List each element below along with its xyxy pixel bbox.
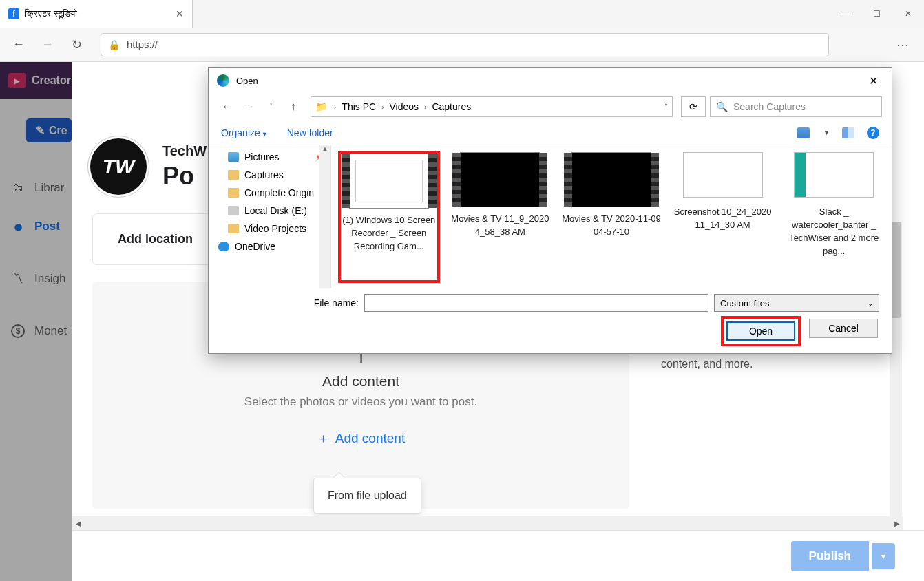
search-icon: 🔍 [716,101,728,112]
tree-item-disk[interactable]: Local Disk (E:) [209,202,330,220]
tree-item-folder[interactable]: Captures [209,166,330,184]
page-name: TechW [162,143,207,159]
file-name: Movies & TV 11_9_2020 4_58_38 AM [451,213,550,239]
dialog-back-button[interactable]: ← [218,98,236,116]
file-item[interactable]: Movies & TV 2020-11-09 04-57-10 [562,152,661,282]
open-button-highlight: Open [724,319,798,344]
chevron-down-icon: ▼ [262,131,268,138]
add-content-label: Add content [335,431,405,446]
chevron-right-icon: › [424,103,426,111]
upload-popover[interactable]: From file upload [313,478,421,514]
dialog-close-button[interactable]: ✕ [863,72,883,90]
file-name: Movies & TV 2020-11-09 04-57-10 [562,213,661,239]
cancel-button[interactable]: Cancel [809,319,878,338]
preview-pane-icon[interactable] [842,127,854,138]
right-panel-text: content, and more. [661,358,753,370]
file-name-label: File name: [221,297,359,308]
dialog-forward-button: → [240,98,258,116]
browser-toolbar: ← → ↻ 🔒 https:// ⋯ [0,28,924,62]
dialog-refresh-button[interactable]: ⟳ [681,96,706,117]
window-controls: — ☐ ✕ [829,0,924,28]
folder-icon [228,224,239,233]
scroll-right-icon[interactable]: ▶ [891,520,903,527]
dialog-bottom: File name: Custom files ⌄ Open Cancel [209,288,892,353]
edge-icon [217,74,229,87]
search-placeholder: Search Captures [733,101,806,112]
filter-label: Custom files [720,298,770,308]
window-minimize[interactable]: — [829,0,861,28]
window-maximize[interactable]: ☐ [861,0,892,28]
tree-scrollbar[interactable]: ▲ [319,145,330,288]
publish-button[interactable]: Publish [791,541,869,571]
tree-item-folder[interactable]: Complete Origin [209,184,330,202]
add-content-link[interactable]: ＋ Add content [317,430,405,447]
dialog-up-button[interactable]: ↑ [284,98,302,116]
tab-close-icon[interactable]: ✕ [176,8,184,19]
video-thumbnail [349,154,429,209]
scrollbar-thumb[interactable] [891,222,901,318]
tab-title: क्रिएटर स्टूडियो [25,8,77,19]
file-name-input[interactable] [364,294,708,312]
file-item[interactable]: Slack _ watercooler_banter _ TechWiser a… [784,152,883,282]
file-type-filter[interactable]: Custom files ⌄ [714,294,879,312]
composer-heading: Po [162,162,207,191]
video-thumbnail [460,152,540,207]
browser-menu-button[interactable]: ⋯ [890,31,917,59]
browser-titlebar: f क्रिएटर स्टूडियो ✕ — ☐ ✕ [0,0,924,28]
page-avatar: TW [88,136,149,197]
breadcrumb-dropdown-icon[interactable]: ˅ [664,103,668,111]
dialog-breadcrumb[interactable]: 📁 › This PC › Videos › Captures ˅ [311,96,673,117]
facebook-icon: f [8,8,19,19]
file-item[interactable]: Screenshot 10_24_2020 11_14_30 AM [673,152,773,282]
address-bar[interactable]: 🔒 https:// [101,33,829,56]
composer-footer: Publish ▾ [72,530,924,581]
dialog-history-button[interactable]: ˅ [262,98,280,116]
chevron-down-icon: ⌄ [868,299,873,307]
chevron-right-icon: › [381,103,384,111]
lock-icon: 🔒 [108,39,120,50]
nav-back-button[interactable]: ← [7,33,30,56]
view-mode-icon[interactable] [797,127,810,138]
upload-subtitle: Select the photos or videos you want to … [244,395,477,409]
upload-title: Add content [322,373,399,390]
window-close[interactable]: ✕ [892,0,924,28]
dialog-toolbar: Organize▼ New folder ▼ ? [209,120,892,145]
breadcrumb-segment[interactable]: This PC [342,101,376,112]
pictures-icon [228,152,239,162]
file-name: (1) Windows 10 Screen Recorder _ Screen … [339,214,439,253]
organize-menu[interactable]: Organize▼ [221,127,268,138]
file-item[interactable]: Movies & TV 11_9_2020 4_58_38 AM [451,152,550,282]
chevron-right-icon: › [334,103,336,111]
disk-icon [228,206,239,215]
publish-dropdown-button[interactable]: ▾ [872,543,895,569]
folder-icon [228,188,239,198]
horizontal-scrollbar[interactable]: ◀ ▶ [72,516,903,530]
scroll-left-icon[interactable]: ◀ [72,520,85,527]
dialog-nav-row: ← → ˅ ↑ 📁 › This PC › Videos › Captures … [209,93,892,120]
dialog-search-input[interactable]: 🔍 Search Captures [710,96,882,117]
chevron-down-icon[interactable]: ▼ [823,129,830,136]
browser-tab[interactable]: f क्रिएटर स्टूडियो ✕ [0,0,193,28]
dialog-folder-tree[interactable]: Pictures📌 Captures Complete Origin Local… [209,145,331,288]
popover-label: From file upload [328,489,407,501]
file-item[interactable]: (1) Windows 10 Screen Recorder _ Screen … [339,152,439,282]
image-thumbnail [683,152,763,198]
breadcrumb-segment[interactable]: Captures [432,101,471,112]
breadcrumb-segment[interactable]: Videos [389,101,419,112]
help-icon[interactable]: ? [867,127,879,139]
dialog-titlebar: Open ✕ [209,68,892,93]
nav-refresh-button[interactable]: ↻ [65,33,88,56]
file-open-dialog: Open ✕ ← → ˅ ↑ 📁 › This PC › Videos › Ca… [208,67,892,354]
tree-item-folder[interactable]: Video Projects [209,220,330,237]
modal-backdrop [0,62,72,581]
image-thumbnail [794,152,874,198]
file-name: Screenshot 10_24_2020 11_14_30 AM [673,206,773,232]
new-folder-button[interactable]: New folder [287,127,333,138]
tree-item-pictures[interactable]: Pictures📌 [209,148,330,166]
folder-icon: 📁 [315,101,327,112]
scroll-up-icon[interactable]: ▲ [319,145,330,152]
onedrive-icon [218,242,229,251]
open-button[interactable]: Open [726,321,795,341]
tree-item-onedrive[interactable]: OneDrive [209,237,330,255]
url-text: https:// [127,39,158,50]
